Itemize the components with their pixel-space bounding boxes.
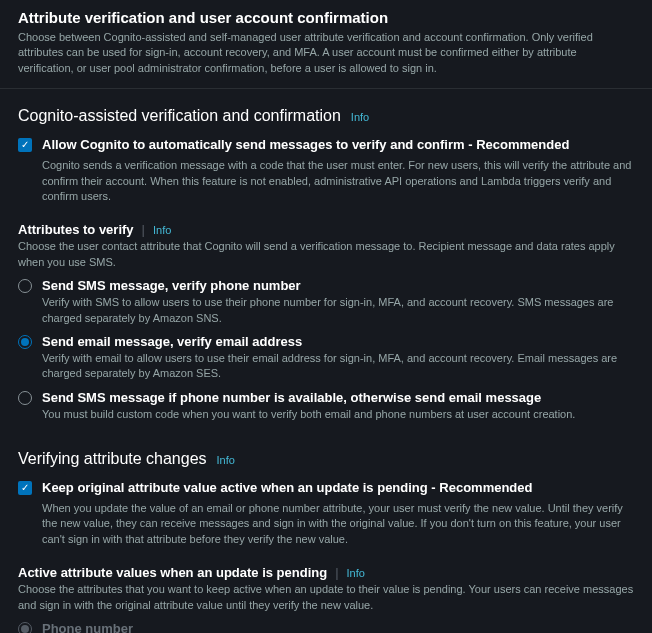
info-link[interactable]: Info [153,224,171,236]
content-area: Cognito-assisted verification and confir… [0,89,652,633]
info-link[interactable]: Info [217,454,235,466]
attrs-to-verify-description: Choose the user contact attribute that C… [18,239,634,270]
cognito-assisted-section: Cognito-assisted verification and confir… [18,107,634,422]
section-title-text: Cognito-assisted verification and confir… [18,107,341,125]
radio-email[interactable] [18,335,32,349]
section-title-text: Verifying attribute changes [18,450,207,468]
page-title: Attribute verification and user account … [18,9,634,26]
radio-email-label: Send email message, verify email address [42,334,302,349]
radio-sms[interactable] [18,279,32,293]
page-description: Choose between Cognito-assisted and self… [18,30,634,76]
radio-both[interactable] [18,391,32,405]
active-attrs-description: Choose the attributes that you want to k… [18,582,634,613]
allow-auto-option[interactable]: Allow Cognito to automatically send mess… [18,137,634,152]
allow-auto-checkbox[interactable] [18,138,32,152]
attrs-to-verify-label: Attributes to verify | Info [18,222,634,237]
radio-phone-option: Phone number [18,621,634,633]
radio-both-desc: You must build custom code when you want… [42,407,634,422]
section-title: Verifying attribute changes Info [18,450,634,468]
allow-auto-description: Cognito sends a verification message wit… [42,158,634,204]
radio-option-both[interactable]: Send SMS message if phone number is avai… [18,390,634,405]
active-attrs-radio-group: Phone number Email address Phone number … [18,621,634,633]
radio-option-email[interactable]: Send email message, verify email address [18,334,634,349]
active-attrs-label: Active attribute values when an update i… [18,565,634,580]
divider: | [335,565,338,580]
section-title: Cognito-assisted verification and confir… [18,107,634,125]
radio-phone-label: Phone number [42,621,133,633]
allow-auto-label: Allow Cognito to automatically send mess… [42,137,569,152]
keep-original-description: When you update the value of an email or… [42,501,634,547]
verifying-changes-section: Verifying attribute changes Info Keep or… [18,450,634,633]
keep-original-label: Keep original attribute value active whe… [42,480,532,495]
info-link[interactable]: Info [347,567,365,579]
radio-phone [18,622,32,633]
divider: | [142,222,145,237]
radio-option-sms[interactable]: Send SMS message, verify phone number [18,278,634,293]
header-section: Attribute verification and user account … [0,0,652,89]
radio-both-label: Send SMS message if phone number is avai… [42,390,541,405]
radio-sms-desc: Verify with SMS to allow users to use th… [42,295,634,326]
info-link[interactable]: Info [351,111,369,123]
radio-email-desc: Verify with email to allow users to use … [42,351,634,382]
attrs-radio-group: Send SMS message, verify phone number Ve… [18,278,634,422]
radio-sms-label: Send SMS message, verify phone number [42,278,301,293]
keep-original-option[interactable]: Keep original attribute value active whe… [18,480,634,495]
keep-original-checkbox[interactable] [18,481,32,495]
